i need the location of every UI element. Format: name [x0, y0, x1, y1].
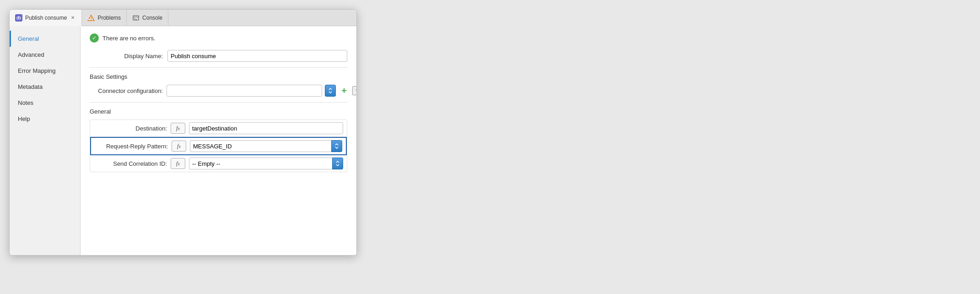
tab-console-label: Console — [142, 15, 162, 21]
main-panel: ✓ There are no errors. Display Name: Bas… — [81, 26, 356, 255]
tab-publish-consume-label: Publish consume — [25, 15, 67, 21]
sidebar-item-advanced[interactable]: Advanced — [10, 47, 80, 63]
svg-point-5 — [91, 19, 92, 20]
display-name-label: Display Name: — [90, 53, 163, 60]
publish-icon — [15, 14, 22, 22]
send-correlation-id-row: Send Correlation ID: fx -- Empty -- — [90, 155, 347, 172]
tab-bar: Publish consume ✕ Problems — [10, 10, 356, 26]
destination-fx-button[interactable]: fx — [171, 123, 185, 134]
general-section: General Destination: fx Request-Reply Pa… — [90, 108, 347, 172]
divider-2 — [90, 102, 347, 103]
main-window: Publish consume ✕ Problems — [9, 9, 357, 256]
sidebar-item-error-mapping[interactable]: Error Mapping — [10, 63, 80, 79]
connector-edit-button[interactable]: ✎ — [352, 86, 356, 95]
console-icon — [132, 14, 140, 22]
sidebar-item-general[interactable]: General — [10, 31, 80, 47]
connector-add-button[interactable]: + — [339, 85, 350, 96]
divider-1 — [90, 67, 347, 68]
request-reply-pattern-label: Request-Reply Pattern: — [95, 143, 168, 150]
destination-row: Destination: fx — [90, 120, 347, 137]
request-reply-pattern-row: Request-Reply Pattern: fx MESSAGE_ID — [90, 137, 347, 155]
status-bar: ✓ There are no errors. — [90, 33, 347, 43]
sidebar-item-metadata[interactable]: Metadata — [10, 79, 80, 95]
request-reply-pattern-select[interactable]: MESSAGE_ID — [190, 140, 332, 152]
tab-console[interactable]: Console — [127, 10, 168, 26]
display-name-row: Display Name: — [90, 50, 347, 62]
connector-select-wrapper: + ✎ — [167, 85, 356, 97]
connector-config-row: Connector configuration: + ✎ — [90, 85, 347, 97]
tab-publish-consume[interactable]: Publish consume ✕ — [10, 10, 82, 26]
send-correlation-select-arrow[interactable] — [332, 158, 343, 169]
problems-icon — [87, 14, 95, 22]
request-reply-select-wrapper: MESSAGE_ID — [190, 140, 342, 152]
send-correlation-id-label: Send Correlation ID: — [94, 160, 167, 167]
status-text: There are no errors. — [102, 35, 156, 42]
svg-point-7 — [89, 17, 90, 18]
send-correlation-select-wrapper: -- Empty -- — [189, 158, 343, 169]
connector-select-arrow-btn[interactable] — [325, 85, 336, 97]
connector-config-select[interactable] — [167, 85, 322, 97]
content-area: General Advanced Error Mapping Metadata … — [10, 26, 356, 255]
tab-problems[interactable]: Problems — [82, 10, 127, 26]
svg-point-1 — [18, 17, 20, 18]
general-section-title: General — [90, 108, 347, 115]
tab-close-button[interactable]: ✕ — [70, 15, 76, 21]
destination-label: Destination: — [94, 125, 167, 132]
tab-problems-label: Problems — [97, 15, 121, 21]
send-correlation-fx-button[interactable]: fx — [171, 158, 185, 169]
sidebar-item-notes[interactable]: Notes — [10, 95, 80, 111]
status-success-icon: ✓ — [90, 33, 99, 43]
request-reply-select-arrow[interactable] — [331, 140, 342, 152]
fields-container: Destination: fx Request-Reply Pattern: f… — [90, 120, 347, 172]
request-reply-fx-button[interactable]: fx — [172, 141, 186, 152]
sidebar-item-help[interactable]: Help — [10, 111, 80, 127]
destination-input[interactable] — [189, 122, 343, 134]
send-correlation-id-select[interactable]: -- Empty -- — [189, 158, 333, 169]
display-name-input[interactable] — [167, 50, 347, 62]
connector-config-label: Connector configuration: — [90, 87, 163, 94]
basic-settings-header: Basic Settings — [90, 73, 347, 80]
sidebar: General Advanced Error Mapping Metadata … — [10, 26, 81, 255]
